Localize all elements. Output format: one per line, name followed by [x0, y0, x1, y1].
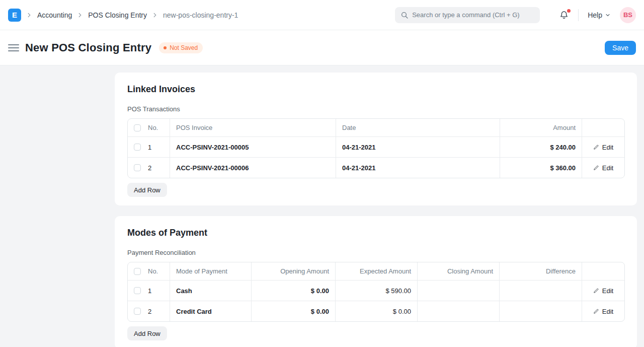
pencil-icon [593, 288, 599, 294]
header-no: No. [128, 119, 170, 136]
closing-amount-cell[interactable] [418, 281, 500, 301]
notifications-button[interactable] [559, 10, 569, 20]
mode-of-payment-cell[interactable]: Credit Card [170, 301, 252, 321]
date-cell[interactable]: 04-21-2021 [336, 137, 500, 157]
edit-cell: Edit [582, 301, 624, 321]
row-number-cell: 2 [128, 158, 170, 178]
edit-cell: Edit [582, 158, 624, 178]
modes-of-payment-section: Modes of Payment Payment Reconciliation … [115, 216, 637, 347]
expected-amount-cell[interactable]: $ 0.00 [336, 301, 418, 321]
avatar[interactable]: BS [620, 7, 636, 23]
global-search[interactable] [395, 7, 540, 23]
app-logo[interactable]: E [8, 9, 21, 22]
chevron-right-icon [26, 12, 33, 19]
row-checkbox[interactable] [134, 287, 141, 294]
opening-amount-cell[interactable]: $ 0.00 [252, 281, 336, 301]
row-number-cell: 1 [128, 137, 170, 157]
amount-cell[interactable]: $ 240.00 [500, 137, 582, 157]
row-number-cell: 2 [128, 301, 170, 321]
linked-invoices-section: Linked Invoices POS Transactions No. POS… [115, 73, 637, 205]
amount-cell[interactable]: $ 360.00 [500, 158, 582, 178]
help-menu[interactable]: Help [588, 11, 611, 19]
header-edit [582, 119, 624, 136]
header-mode-of-payment: Mode of Payment [170, 262, 252, 280]
mode-of-payment-cell[interactable]: Cash [170, 281, 252, 301]
navbar-divider [578, 9, 579, 21]
status-badge: Not Saved [159, 42, 203, 53]
select-all-checkbox[interactable] [134, 268, 141, 275]
linked-invoices-title: Linked Invoices [127, 84, 624, 95]
table-header-row: No. Mode of Payment Opening Amount Expec… [128, 262, 624, 280]
difference-cell[interactable] [500, 281, 582, 301]
sidebar-toggle-icon[interactable] [8, 44, 19, 51]
edit-cell: Edit [582, 137, 624, 157]
help-label: Help [588, 11, 602, 19]
breadcrumb-current-doc: new-pos-closing-entry-1 [163, 11, 238, 19]
modes-of-payment-title: Modes of Payment [127, 228, 624, 238]
date-cell[interactable]: 04-21-2021 [336, 158, 500, 178]
notification-dot [567, 9, 571, 13]
chevron-right-icon [151, 12, 158, 19]
add-row-button[interactable]: Add Row [127, 326, 167, 340]
opening-amount-cell[interactable]: $ 0.00 [252, 301, 336, 321]
pos-invoice-cell[interactable]: ACC-PSINV-2021-00005 [170, 137, 336, 157]
row-checkbox[interactable] [134, 164, 141, 171]
edit-row-button[interactable]: Edit [593, 287, 613, 295]
pencil-icon [593, 308, 599, 314]
header-amount: Amount [500, 119, 582, 136]
header-date: Date [336, 119, 500, 136]
app-logo-letter: E [12, 11, 17, 19]
edit-cell: Edit [582, 281, 624, 301]
page-title: New POS Closing Entry [25, 41, 151, 54]
save-button[interactable]: Save [605, 41, 636, 55]
header-expected-amount: Expected Amount [336, 262, 418, 280]
breadcrumb-pos-closing-entry[interactable]: POS Closing Entry [88, 11, 147, 19]
row-number-cell: 1 [128, 281, 170, 301]
table-row: 1 Cash $ 0.00 $ 590.00 Edit [128, 280, 624, 301]
top-navbar: E Accounting POS Closing Entry new-pos-c… [0, 0, 644, 30]
payment-reconciliation-table: No. Mode of Payment Opening Amount Expec… [127, 262, 625, 322]
edit-row-button[interactable]: Edit [593, 144, 613, 151]
add-row-button[interactable]: Add Row [127, 183, 167, 197]
page-head: New POS Closing Entry Not Saved Save [0, 30, 644, 65]
pos-invoice-cell[interactable]: ACC-PSINV-2021-00006 [170, 158, 336, 178]
select-all-checkbox[interactable] [134, 124, 141, 131]
closing-amount-cell[interactable] [418, 301, 500, 321]
chevron-right-icon [76, 12, 84, 19]
edit-row-button[interactable]: Edit [593, 308, 613, 315]
row-checkbox[interactable] [134, 308, 141, 315]
pencil-icon [593, 144, 599, 150]
breadcrumb-accounting[interactable]: Accounting [37, 11, 72, 19]
table-row: 2 Credit Card $ 0.00 $ 0.00 Edit [128, 301, 624, 321]
pencil-icon [593, 165, 599, 171]
status-dot [164, 46, 167, 49]
header-difference: Difference [500, 262, 582, 280]
expected-amount-cell[interactable]: $ 590.00 [336, 281, 418, 301]
table-header-row: No. POS Invoice Date Amount [128, 119, 624, 136]
pos-transactions-label: POS Transactions [127, 105, 624, 113]
pos-transactions-table: No. POS Invoice Date Amount 1 ACC-PSINV-… [127, 118, 625, 178]
search-icon [400, 11, 409, 19]
main-content: Linked Invoices POS Transactions No. POS… [0, 65, 644, 347]
header-no: No. [128, 262, 170, 280]
header-edit [582, 262, 624, 280]
chevron-down-icon [605, 12, 611, 18]
payment-reconciliation-label: Payment Reconciliation [127, 249, 624, 256]
difference-cell[interactable] [500, 301, 582, 321]
header-closing-amount: Closing Amount [418, 262, 500, 280]
table-row: 2 ACC-PSINV-2021-00006 04-21-2021 $ 360.… [128, 157, 624, 178]
header-opening-amount: Opening Amount [252, 262, 336, 280]
header-pos-invoice: POS Invoice [170, 119, 336, 136]
search-input[interactable] [395, 7, 540, 23]
edit-row-button[interactable]: Edit [593, 164, 613, 172]
row-checkbox[interactable] [134, 144, 141, 151]
status-badge-label: Not Saved [170, 44, 198, 51]
table-row: 1 ACC-PSINV-2021-00005 04-21-2021 $ 240.… [128, 136, 624, 157]
